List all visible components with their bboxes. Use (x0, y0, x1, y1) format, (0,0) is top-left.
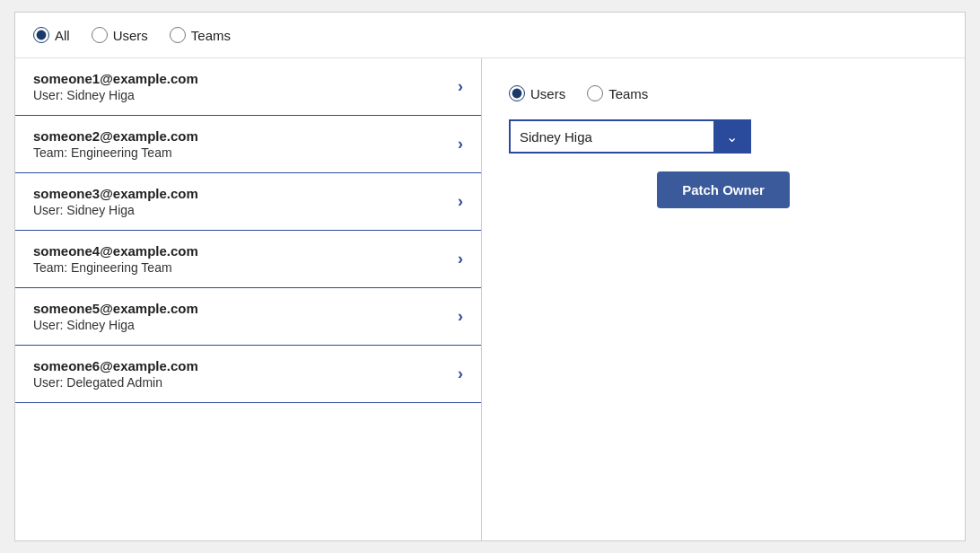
content-area: someone1@example.com User: Sidney Higa ›… (15, 58, 965, 540)
list-item[interactable]: someone1@example.com User: Sidney Higa › (15, 58, 481, 116)
list-item-email: someone1@example.com (33, 71, 198, 86)
right-filter-users-label: Users (530, 86, 565, 101)
list-item-email: someone6@example.com (33, 358, 198, 373)
filter-all[interactable]: All (33, 27, 70, 43)
chevron-down-icon: ⌄ (726, 128, 738, 145)
list-item[interactable]: someone4@example.com Team: Engineering T… (15, 231, 481, 288)
right-panel: Users Teams Sidney Higa ⌄ Patch Owner (482, 58, 965, 540)
list-scroll[interactable]: someone1@example.com User: Sidney Higa ›… (15, 58, 481, 540)
right-filter-teams-label: Teams (608, 86, 648, 101)
list-item-text: someone5@example.com User: Sidney Higa (33, 301, 198, 332)
filter-users[interactable]: Users (92, 27, 148, 43)
list-item-sub: User: Sidney Higa (33, 88, 198, 102)
dropdown-toggle-button[interactable]: ⌄ (713, 119, 749, 154)
filter-teams[interactable]: Teams (170, 27, 231, 43)
chevron-right-icon: › (458, 307, 463, 326)
filter-users-label: Users (113, 28, 148, 43)
list-item[interactable]: someone3@example.com User: Sidney Higa › (15, 173, 481, 231)
filter-all-radio[interactable] (33, 27, 49, 43)
list-item-sub: Team: Engineering Team (33, 145, 198, 160)
filter-teams-radio[interactable] (170, 27, 186, 43)
dropdown-row: Sidney Higa ⌄ (509, 119, 938, 154)
list-item-email: someone5@example.com (33, 301, 198, 316)
chevron-right-icon: › (458, 77, 463, 96)
list-item-sub: User: Delegated Admin (33, 375, 198, 390)
top-filter-bar: All Users Teams (15, 13, 965, 58)
filter-all-label: All (55, 28, 70, 43)
list-item-email: someone4@example.com (33, 243, 198, 259)
right-filter-teams-radio[interactable] (587, 85, 603, 101)
right-filter-teams[interactable]: Teams (587, 85, 648, 101)
chevron-right-icon: › (458, 192, 463, 211)
list-item-sub: Team: Engineering Team (33, 260, 198, 275)
filter-users-radio[interactable] (92, 27, 108, 43)
list-item-text: someone6@example.com User: Delegated Adm… (33, 358, 198, 390)
right-filter-users[interactable]: Users (509, 85, 565, 101)
list-item-text: someone4@example.com Team: Engineering T… (33, 243, 198, 275)
main-container: All Users Teams someone1@example.com Use… (14, 12, 966, 541)
patch-owner-button[interactable]: Patch Owner (657, 171, 790, 208)
owner-dropdown[interactable]: Sidney Higa ⌄ (509, 119, 751, 154)
list-item-sub: User: Sidney Higa (33, 203, 198, 217)
chevron-right-icon: › (458, 250, 463, 268)
list-item[interactable]: someone5@example.com User: Sidney Higa › (15, 288, 481, 346)
right-radio-group: Users Teams (509, 85, 938, 101)
list-item-text: someone1@example.com User: Sidney Higa (33, 71, 198, 102)
chevron-right-icon: › (458, 135, 463, 154)
dropdown-value: Sidney Higa (511, 129, 713, 145)
filter-teams-label: Teams (191, 28, 231, 43)
right-filter-users-radio[interactable] (509, 85, 525, 101)
chevron-right-icon: › (458, 364, 463, 383)
list-item-text: someone3@example.com User: Sidney Higa (33, 186, 198, 217)
list-item-email: someone3@example.com (33, 186, 198, 201)
list-item-text: someone2@example.com Team: Engineering T… (33, 128, 198, 160)
list-item[interactable]: someone6@example.com User: Delegated Adm… (15, 346, 481, 403)
list-item-email: someone2@example.com (33, 128, 198, 144)
list-item[interactable]: someone2@example.com Team: Engineering T… (15, 116, 481, 173)
left-panel: someone1@example.com User: Sidney Higa ›… (15, 58, 482, 540)
list-item-sub: User: Sidney Higa (33, 318, 198, 332)
